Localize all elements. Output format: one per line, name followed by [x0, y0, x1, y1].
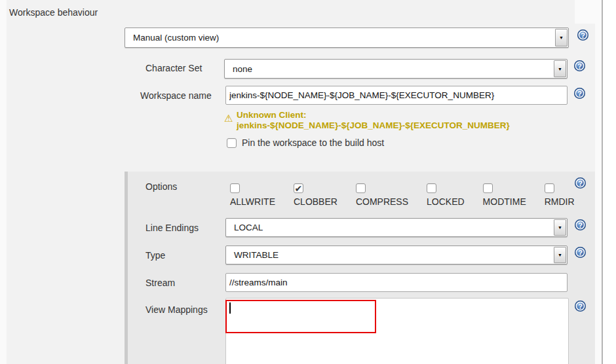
pin-workspace-checkbox[interactable] — [227, 138, 237, 148]
warning-detail: jenkins-${NODE_NAME}-${JOB_NAME}-${EXECU… — [237, 120, 510, 131]
workspace-behaviour-select[interactable]: Manual (custom view) ▼ — [125, 27, 569, 48]
character-set-select[interactable]: none ▼ — [224, 59, 568, 79]
line-endings-label: Line Endings — [145, 223, 199, 233]
help-icon[interactable]: ? — [575, 219, 586, 230]
page-left-margin — [0, 0, 7, 364]
view-mappings-label: View Mappings — [145, 304, 208, 315]
workspace-behaviour-selected-value: Manual (custom view) — [125, 28, 554, 47]
dropdown-arrow-icon[interactable]: ▼ — [554, 247, 566, 263]
pin-workspace-label: Pin the workspace to the build host — [242, 137, 384, 148]
section-title: Workspace behaviour — [9, 7, 98, 18]
panel-top-right-corner — [575, 0, 595, 24]
help-icon[interactable]: ? — [574, 88, 585, 99]
compress-label: COMPRESS — [356, 196, 408, 207]
help-icon[interactable]: ? — [575, 177, 586, 189]
type-label: Type — [145, 250, 165, 261]
character-set-label: Character Set — [145, 63, 202, 73]
panel-right-gutter — [595, 0, 602, 364]
text-cursor — [229, 302, 231, 314]
help-icon[interactable]: ? — [574, 60, 585, 71]
option-locked: LOCKED — [427, 183, 465, 207]
stream-label: Stream — [145, 278, 175, 288]
option-allwrite: ALLWRITE — [230, 183, 275, 207]
help-icon[interactable]: ? — [575, 300, 586, 312]
jenkins-workspace-behaviour-config: Workspace behaviour Manual (custom view)… — [0, 0, 616, 364]
rmdir-checkbox[interactable] — [545, 183, 554, 193]
line-endings-selected-value: LOCAL — [226, 219, 553, 236]
modtime-checkbox[interactable] — [483, 183, 493, 193]
validation-error-box — [225, 300, 376, 333]
allwrite-checkbox[interactable] — [230, 183, 240, 193]
workspace-name-input[interactable] — [225, 86, 568, 105]
workspace-name-label: Workspace name — [140, 90, 212, 101]
dropdown-arrow-icon[interactable]: ▼ — [554, 60, 566, 77]
option-compress: COMPRESS — [356, 183, 408, 207]
type-selected-value: WRITABLE — [226, 246, 553, 264]
stream-input[interactable] — [225, 273, 568, 292]
option-rmdir: RMDIR — [545, 183, 575, 207]
panel-right-border — [602, 0, 603, 364]
line-endings-select[interactable]: LOCAL ▼ — [225, 218, 568, 237]
locked-label: LOCKED — [427, 196, 465, 207]
compress-checkbox[interactable] — [356, 183, 366, 193]
dropdown-arrow-icon[interactable]: ▼ — [555, 29, 568, 46]
option-modtime: MODTIME — [483, 183, 526, 207]
help-icon[interactable]: ? — [575, 247, 586, 258]
warning-icon: ⚠ — [224, 113, 233, 123]
character-set-selected-value: none — [225, 60, 553, 78]
warning-title: Unknown Client: — [237, 110, 307, 120]
type-select[interactable]: WRITABLE ▼ — [225, 246, 568, 264]
pin-workspace-row: Pin the workspace to the build host — [227, 137, 384, 148]
options-checkbox-group: ALLWRITE ✔ CLOBBER COMPRESS LOCKED MODTI… — [230, 183, 575, 207]
option-clobber: ✔ CLOBBER — [294, 183, 337, 207]
clobber-label: CLOBBER — [294, 196, 337, 207]
locked-checkbox[interactable] — [427, 183, 436, 193]
dropdown-arrow-icon[interactable]: ▼ — [554, 219, 566, 236]
rmdir-label: RMDIR — [545, 196, 575, 207]
options-label: Options — [145, 181, 177, 192]
clobber-checkbox[interactable]: ✔ — [294, 183, 303, 193]
allwrite-label: ALLWRITE — [230, 196, 275, 207]
modtime-label: MODTIME — [483, 196, 526, 207]
help-icon[interactable]: ? — [577, 29, 588, 41]
